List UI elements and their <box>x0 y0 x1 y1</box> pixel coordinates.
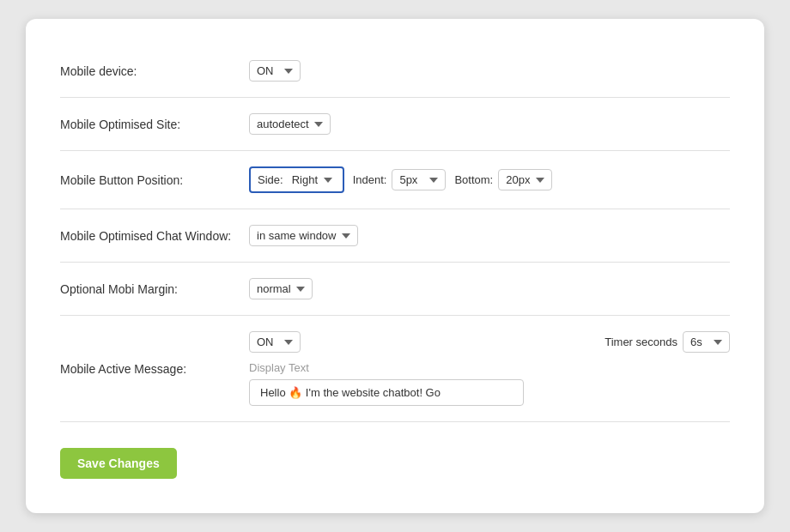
side-label: Side: <box>258 173 283 186</box>
timer-select[interactable]: 6s 3s 9s 12s <box>683 331 730 353</box>
mobile-optimised-site-row: Mobile Optimised Site: autodetect always… <box>60 98 730 151</box>
mobile-button-position-row: Mobile Button Position: Side: Right Left… <box>60 151 730 209</box>
indent-select[interactable]: 5px 10px 15px 20px <box>392 169 446 190</box>
mobile-optimised-chat-window-select[interactable]: in same window in new window <box>249 225 358 246</box>
mobile-device-select[interactable]: ON OFF <box>249 60 301 82</box>
optional-mobi-margin-row: Optional Mobi Margin: normal small large <box>60 263 730 316</box>
side-select[interactable]: Right Left <box>289 172 336 188</box>
mobile-device-controls: ON OFF <box>249 60 730 82</box>
mobile-optimised-site-select[interactable]: autodetect always never <box>249 113 331 135</box>
active-message-row1: ON OFF Timer seconds 6s 3s 9s 12s <box>249 331 730 353</box>
mobile-optimised-site-label: Mobile Optimised Site: <box>60 118 249 131</box>
mobile-active-message-label: Mobile Active Message: <box>60 362 249 376</box>
mobile-optimised-chat-window-label: Mobile Optimised Chat Window: <box>60 229 249 243</box>
mobile-button-position-controls: Side: Right Left Indent: 5px 10px 15px 2… <box>249 166 730 193</box>
mobile-button-position-label: Mobile Button Position: <box>60 173 249 187</box>
save-changes-button[interactable]: Save Changes <box>60 448 177 479</box>
indent-label: Indent: <box>353 173 387 186</box>
bottom-select[interactable]: 20px 30px 40px 50px <box>498 169 552 190</box>
footer-row: Save Changes <box>60 422 730 479</box>
timer-label: Timer seconds <box>605 336 678 348</box>
side-group: Side: Right Left <box>249 166 344 193</box>
timer-group: Timer seconds 6s 3s 9s 12s <box>605 331 730 353</box>
mobile-device-label: Mobile device: <box>60 64 249 78</box>
mobile-active-message-controls: ON OFF Timer seconds 6s 3s 9s 12s Displa… <box>249 331 730 406</box>
mobile-active-message-row: Mobile Active Message: ON OFF Timer seco… <box>60 316 730 422</box>
display-text-label: Display Text <box>249 361 730 374</box>
mobile-active-message-on-select[interactable]: ON OFF <box>249 331 301 353</box>
optional-mobi-margin-controls: normal small large <box>249 278 730 299</box>
indent-group: Indent: 5px 10px 15px 20px <box>353 169 447 190</box>
optional-mobi-margin-label: Optional Mobi Margin: <box>60 282 249 296</box>
mobile-optimised-chat-window-row: Mobile Optimised Chat Window: in same wi… <box>60 209 730 263</box>
optional-mobi-margin-select[interactable]: normal small large <box>249 278 313 299</box>
bottom-label: Bottom: <box>454 173 493 186</box>
mobile-optimised-chat-window-controls: in same window in new window <box>249 225 730 246</box>
mobile-device-row: Mobile device: ON OFF <box>60 45 730 98</box>
mobile-optimised-site-controls: autodetect always never <box>249 113 730 135</box>
settings-card: Mobile device: ON OFF Mobile Optimised S… <box>26 19 764 513</box>
bottom-group: Bottom: 20px 30px 40px 50px <box>454 169 552 190</box>
chat-input[interactable] <box>249 379 524 406</box>
active-message-col: ON OFF Timer seconds 6s 3s 9s 12s Displa… <box>249 331 730 406</box>
